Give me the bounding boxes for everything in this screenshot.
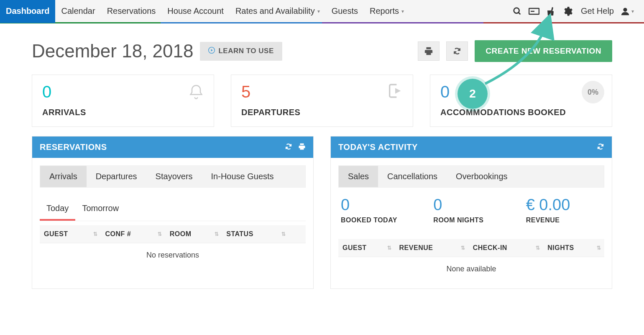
play-icon [208, 47, 215, 56]
print-button[interactable] [298, 143, 306, 152]
departures-card[interactable]: 5 DEPARTURES [231, 75, 413, 127]
svg-point-0 [514, 8, 519, 13]
nights-label: ROOM NIGHTS [433, 216, 509, 224]
nav-reports-label: Reports [370, 6, 399, 16]
revenue-label: REVENUE [526, 216, 602, 224]
nav-rates-label: Rates and Availability [235, 6, 315, 16]
learn-to-use-label: LEARN TO USE [218, 47, 273, 55]
arrivals-value: 0 [42, 83, 204, 100]
activity-panel: TODAY'S ACTIVITY Sales Cancellations Ove… [330, 136, 612, 289]
col-guest[interactable]: GUEST⇅ [40, 225, 101, 243]
reservations-panel: RESERVATIONS Arrivals Departures Stayove… [32, 136, 314, 289]
activity-panel-title: TODAY'S ACTIVITY [338, 142, 418, 152]
nav-house-account[interactable]: House Account [161, 0, 230, 23]
accommodations-label: ACCOMMODATIONS BOOKED [440, 108, 602, 117]
arrivals-label: ARRIVALS [42, 108, 204, 117]
nav-calendar[interactable]: Calendar [55, 0, 101, 23]
housekeeping-button[interactable] [542, 3, 559, 20]
activity-panel-header: TODAY'S ACTIVITY [331, 137, 612, 158]
user-menu[interactable]: ▾ [619, 3, 636, 20]
reservations-panel-header: RESERVATIONS [32, 137, 313, 158]
accommodations-card[interactable]: 0 ACCOMMODATIONS BOOKED 0% [430, 75, 612, 127]
print-icon [424, 46, 433, 56]
departures-label: DEPARTURES [241, 108, 403, 117]
refresh-icon [453, 47, 461, 55]
svg-point-4 [623, 8, 627, 11]
settings-button[interactable] [559, 3, 576, 20]
gear-icon [562, 6, 573, 17]
nav-guests[interactable]: Guests [326, 0, 364, 23]
revenue-value: € 0.00 [526, 196, 602, 214]
booked-today-stat: 0 BOOKED TODAY [341, 196, 417, 224]
refresh-button[interactable] [446, 41, 468, 61]
chevron-down-icon: ▾ [401, 8, 404, 14]
reservations-empty: No reservations [40, 243, 306, 268]
nav-rates[interactable]: Rates and Availability ▾ [230, 0, 326, 23]
activity-table: GUEST⇅ REVENUE⇅ CHECK-IN⇅ NIGHTS⇅ None a… [338, 239, 604, 281]
col-room[interactable]: ROOM⇅ [166, 225, 222, 243]
revenue-stat: € 0.00 REVENUE [526, 196, 602, 224]
col-conf[interactable]: CONF #⇅ [101, 225, 166, 243]
search-icon [513, 7, 522, 16]
sort-icon: ⇅ [536, 245, 540, 251]
subtab-today[interactable]: Today [40, 199, 75, 221]
tab-arrivals[interactable]: Arrivals [40, 166, 87, 187]
activity-stats: 0 BOOKED TODAY 0 ROOM NIGHTS € 0.00 REVE… [338, 188, 604, 235]
nav-dashboard[interactable]: Dashboard [0, 0, 55, 23]
tab-departures[interactable]: Departures [87, 166, 146, 187]
subtab-tomorrow[interactable]: Tomorrow [75, 199, 125, 221]
sort-icon: ⇅ [158, 231, 162, 237]
sort-icon: ⇅ [461, 245, 465, 251]
card-icon [529, 7, 539, 15]
sort-icon: ⇅ [281, 231, 286, 237]
reservations-table: GUEST⇅ CONF #⇅ ROOM⇅ STATUS⇅ No reservat… [40, 225, 306, 267]
tab-stayovers[interactable]: Stayovers [146, 166, 202, 187]
user-icon [621, 7, 630, 16]
svg-line-1 [519, 12, 521, 14]
reservations-tabs: Arrivals Departures Stayovers In-House G… [40, 165, 306, 188]
booked-value: 0 [341, 196, 417, 214]
tab-in-house-guests[interactable]: In-House Guests [202, 166, 283, 187]
col-nights[interactable]: NIGHTS⇅ [543, 239, 604, 257]
activity-tabs: Sales Cancellations Overbookings [338, 165, 604, 188]
refresh-icon [597, 143, 604, 150]
learn-to-use-button[interactable]: LEARN TO USE [200, 42, 282, 61]
accommodations-value: 0 [440, 83, 602, 100]
create-reservation-button[interactable]: CREATE NEW RESERVATION [475, 40, 612, 62]
reservations-panel-title: RESERVATIONS [40, 142, 107, 152]
chevron-down-icon: ▾ [317, 8, 320, 14]
sort-icon: ⇅ [93, 231, 98, 237]
refresh-button[interactable] [285, 143, 292, 152]
search-button[interactable] [509, 3, 526, 20]
print-button[interactable] [418, 41, 440, 61]
activity-empty: None available [338, 257, 604, 281]
sort-icon: ⇅ [387, 245, 392, 251]
col-revenue[interactable]: REVENUE⇅ [395, 239, 469, 257]
chevron-down-icon: ▾ [631, 8, 634, 14]
nav-reservations[interactable]: Reservations [101, 0, 162, 23]
top-nav: Dashboard Calendar Reservations House Ac… [0, 0, 644, 23]
page-header: December 18, 2018 LEARN TO USE CREATE NE… [0, 23, 644, 75]
nights-value: 0 [433, 196, 509, 214]
get-help-link[interactable]: Get Help [576, 6, 619, 16]
col-status[interactable]: STATUS⇅ [222, 225, 289, 243]
stat-cards-row: 0 ARRIVALS 5 DEPARTURES 0 ACCOMMODATIONS… [0, 75, 644, 127]
room-nights-stat: 0 ROOM NIGHTS [433, 196, 509, 224]
arrivals-card[interactable]: 0 ARRIVALS [32, 75, 214, 127]
tab-sales[interactable]: Sales [339, 166, 378, 187]
page-title: December 18, 2018 [32, 41, 193, 62]
nav-reports[interactable]: Reports ▾ [364, 0, 410, 23]
panels-row: RESERVATIONS Arrivals Departures Stayove… [0, 127, 644, 289]
tab-cancellations[interactable]: Cancellations [378, 166, 447, 187]
card-icon-button[interactable] [526, 3, 542, 20]
bell-icon [188, 82, 204, 103]
departures-value: 5 [241, 83, 403, 100]
col-guest[interactable]: GUEST⇅ [338, 239, 395, 257]
refresh-button[interactable] [597, 143, 604, 152]
col-checkin[interactable]: CHECK-IN⇅ [469, 239, 544, 257]
sort-icon: ⇅ [597, 245, 601, 251]
sign-out-icon [387, 82, 404, 101]
sort-icon: ⇅ [215, 231, 219, 237]
bucket-broom-icon [546, 6, 556, 16]
tab-overbookings[interactable]: Overbookings [447, 166, 516, 187]
